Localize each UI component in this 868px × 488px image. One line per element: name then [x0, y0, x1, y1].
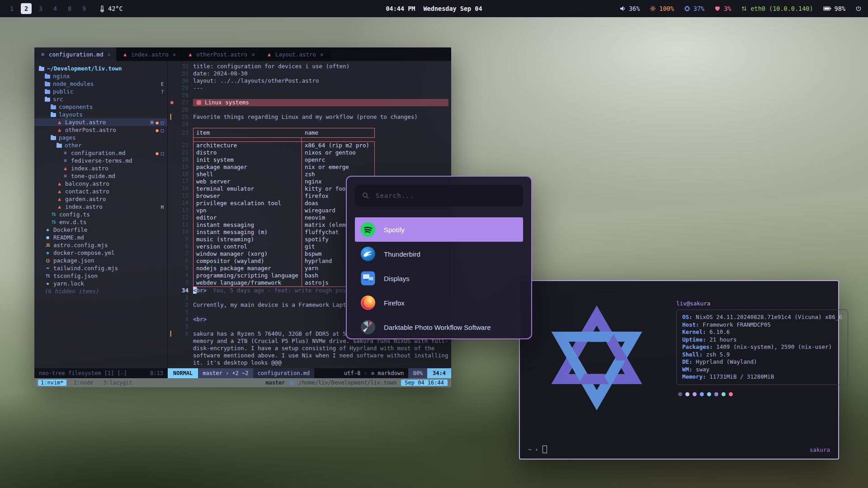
speaker-icon	[619, 5, 626, 12]
shell-prompt[interactable]: ~ ›	[528, 446, 547, 453]
tree-item[interactable]: ▪yarn.lock	[34, 280, 167, 287]
module-memory[interactable]: 37%	[684, 5, 704, 12]
tree-item[interactable]: (6 hidden items)	[34, 287, 167, 295]
tree-item-label: configuration.md	[71, 150, 125, 156]
tree-item[interactable]: ▲garden.astro	[34, 195, 167, 203]
workspace-3[interactable]: 3	[35, 3, 46, 14]
fetch-info-label: Packages:	[682, 343, 713, 350]
palette-dot	[722, 392, 726, 396]
tree-item[interactable]: TSenv.d.ts	[34, 218, 167, 226]
tree-item[interactable]: public?	[34, 88, 167, 95]
firefox-icon	[360, 295, 376, 310]
tab-otherPost.astro[interactable]: ▲otherPost.astro×	[182, 47, 260, 61]
module-brightness[interactable]: 100%	[650, 5, 674, 12]
prompt-text: ~ ›	[528, 446, 538, 453]
launcher-item[interactable]: Darktable Photo Workflow Software	[355, 315, 523, 339]
launcher-item[interactable]: Thunderbird	[355, 242, 523, 266]
heading-text: Linux systems	[205, 99, 249, 106]
tree-item[interactable]: ▲otherPost.astro●□	[34, 126, 167, 134]
tree-item[interactable]: ◆docker-compose.yml	[34, 249, 167, 257]
sign-column	[170, 294, 174, 301]
tree-item[interactable]: pages	[34, 134, 167, 141]
table-line-number: 15	[174, 192, 189, 199]
table-cell-item: instant messaging (m)	[193, 229, 302, 236]
table-cell-item: nodejs package manager	[193, 265, 302, 272]
tree-item[interactable]: layouts	[34, 111, 167, 118]
line-number: 27	[174, 99, 193, 106]
tree-item[interactable]: node_modulesE	[34, 80, 167, 88]
tab-configuration.md[interactable]: ≡configuration.md×	[34, 47, 117, 61]
workspace-8[interactable]: 8	[64, 3, 75, 14]
tmux-statusbar: 1:nvim*2:node3:lazygit master /home/liv/…	[34, 378, 451, 387]
tree-item[interactable]: ◆Dockerfile	[34, 226, 167, 234]
statusline-meta: utf-8 ≡ markdown	[340, 368, 408, 378]
workspace-9[interactable]: 9	[79, 3, 90, 14]
close-tab-icon[interactable]: ×	[107, 51, 111, 58]
table-cell-item: privilege escalation tool	[193, 200, 302, 207]
tree-item[interactable]: ▲balcony.astro	[34, 180, 167, 188]
power-button[interactable]	[855, 5, 862, 12]
module-volume[interactable]: 36%	[619, 5, 640, 12]
tab-Layout.astro[interactable]: ▲Layout.astro×	[261, 47, 330, 61]
tree-item[interactable]: {}package.json	[34, 257, 167, 264]
tree-item[interactable]: ▲index.astroH	[34, 203, 167, 211]
close-tab-icon[interactable]: ×	[251, 51, 255, 58]
sign-column: ●	[170, 99, 174, 106]
workspace-1[interactable]: 1	[6, 3, 17, 14]
workspace-2[interactable]: 2	[21, 3, 32, 14]
tab-index.astro[interactable]: ▲index.astro×	[117, 47, 182, 61]
tree-item[interactable]: ▲Layout.astroH●□	[34, 118, 167, 126]
tree-item[interactable]: nginx	[34, 72, 167, 80]
fetch-info-value: 6.10.6	[706, 328, 730, 335]
table-line-number: 6	[174, 257, 189, 264]
launcher-item[interactable]: Displays	[355, 266, 523, 291]
tree-item[interactable]: ≡fediverse-terms.md	[34, 157, 167, 164]
table-cell-item: programming/scripting language	[193, 272, 302, 279]
search-box[interactable]	[355, 185, 523, 206]
tree-item[interactable]: ≈tailwind.config.mjs	[34, 264, 167, 272]
module-cpu[interactable]: 3%	[714, 5, 731, 12]
fetch-info-label: Uptime:	[682, 336, 706, 343]
tmux-branch: master	[265, 380, 285, 386]
fetch-info-line: Kernel: 6.10.6	[682, 328, 842, 336]
tmux-window-3:lazygit[interactable]: 3:lazygit	[100, 380, 135, 386]
tree-item[interactable]: ≡tone-guide.md	[34, 172, 167, 180]
folder-open-icon	[57, 144, 62, 148]
tmux-window-2:node[interactable]: 2:node	[71, 380, 96, 386]
tree-item[interactable]: JSastro.config.mjs	[34, 241, 167, 249]
table-cell-item: browser	[193, 192, 302, 200]
launcher-item[interactable]: Firefox	[355, 291, 523, 315]
tree-item[interactable]: components	[34, 103, 167, 111]
line-number: 34	[174, 287, 193, 294]
tree-item[interactable]: ●README.md	[34, 234, 167, 241]
table-cell-item: version control	[193, 243, 302, 250]
tree-item[interactable]: ▲contact.astro	[34, 188, 167, 195]
tree-item[interactable]: ≡configuration.md●□	[34, 149, 167, 157]
table-line-number: 3	[174, 279, 189, 286]
tmux-window-1:nvim*[interactable]: 1:nvim*	[38, 380, 66, 386]
module-battery[interactable]: 98%	[823, 5, 845, 12]
line-text: title: configuration for devices i use (…	[193, 63, 349, 70]
palette-dot	[700, 392, 704, 396]
workspace-4[interactable]: 4	[50, 3, 61, 14]
launcher-item[interactable]: Spotify	[355, 217, 523, 242]
tree-item[interactable]: ▲index.astro	[34, 164, 167, 172]
palette-dot	[707, 392, 711, 396]
search-input[interactable]	[375, 192, 516, 200]
table-line-number: 10	[174, 228, 189, 235]
module-network[interactable]: eth0 (10.0.0.140)	[741, 5, 813, 12]
fetch-info-label: Memory:	[682, 373, 706, 380]
fetch-info-value: 21 hours	[706, 336, 737, 343]
tree-item-label: node_modules	[53, 80, 94, 87]
sign-column: ▎	[170, 113, 174, 121]
close-tab-icon[interactable]: ×	[320, 51, 324, 58]
fetch-info-line: DE: Hyprland (Wayland)	[682, 358, 842, 366]
tree-item[interactable]: TStsconfig.json	[34, 272, 167, 280]
tree-item[interactable]: TSconfig.ts	[34, 211, 167, 218]
astro-icon: ▲	[57, 196, 62, 202]
tree-item[interactable]: other	[34, 141, 167, 149]
separator-icon	[364, 370, 367, 376]
tree-item[interactable]: ~/Development/liv.town	[34, 65, 167, 72]
tree-item[interactable]: src	[34, 95, 167, 103]
close-tab-icon[interactable]: ×	[173, 51, 176, 58]
